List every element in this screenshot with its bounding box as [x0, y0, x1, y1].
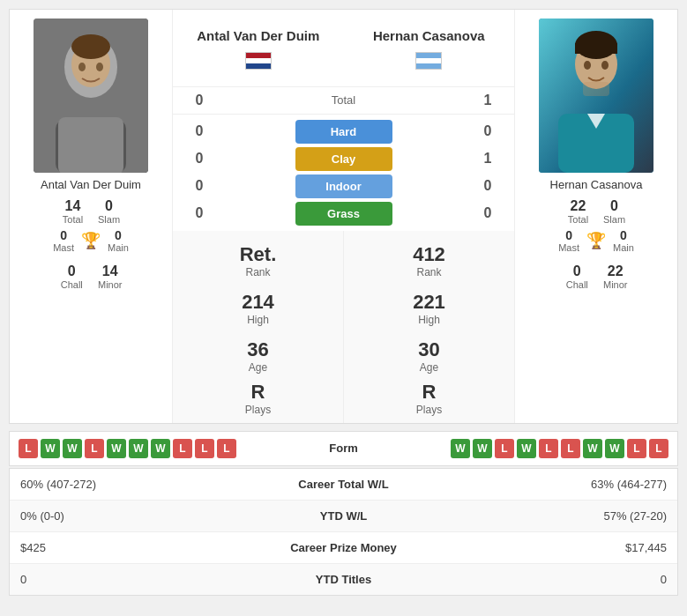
stats-table: 60% (407-272) Career Total W/L 63% (464-… [9, 468, 678, 596]
form-badge: W [107, 439, 126, 458]
hard-row: 0 Hard 0 [173, 118, 514, 145]
ytd-wl-right: 57% (27-20) [432, 509, 668, 523]
form-badge: W [151, 439, 170, 458]
ytd-titles-right: 0 [432, 573, 668, 586]
right-mast: 0 Mast [558, 228, 579, 253]
right-main: 0 Main [613, 228, 634, 253]
left-minor-stat: 14 Minor [98, 263, 123, 290]
left-player-column: Antal Van Der Duim 14 Total 0 Slam 0 Mas… [10, 10, 173, 423]
svg-point-6 [78, 63, 86, 71]
left-player-name: Antal Van Der Duim [41, 178, 141, 191]
left-plays-block: R Plays [245, 381, 271, 416]
indoor-score-left: 0 [173, 178, 226, 194]
left-player-photo [34, 19, 148, 173]
form-label: Form [291, 442, 397, 455]
form-badge: W [473, 439, 492, 458]
clay-score-right: 1 [461, 151, 514, 167]
form-badge: L [627, 439, 646, 458]
hard-score-left: 0 [173, 123, 226, 139]
left-flag [245, 48, 272, 79]
form-badge: W [41, 439, 60, 458]
career-total-right: 63% (464-277) [432, 478, 668, 491]
indoor-button[interactable]: Indoor [295, 174, 392, 198]
left-form-badges: LWWLWWWLLL [19, 439, 291, 458]
right-form-badges: WWLWLLWWLL [397, 439, 669, 458]
left-trophy-icon: 🏆 [81, 231, 101, 250]
clay-score-left: 0 [173, 151, 226, 167]
form-badge: W [129, 439, 148, 458]
ytd-wl-row: 0% (0-0) YTD W/L 57% (27-20) [10, 501, 677, 532]
left-high-block: 214 High [242, 291, 274, 326]
form-badge: W [451, 439, 470, 458]
clay-button[interactable]: Clay [295, 147, 392, 171]
indoor-row: 0 Indoor 0 [173, 173, 514, 200]
right-player-name: Hernan Casanova [550, 178, 643, 191]
hard-score-right: 0 [461, 123, 514, 139]
grass-button[interactable]: Grass [295, 202, 392, 226]
netherlands-flag [245, 52, 272, 70]
hard-button[interactable]: Hard [295, 120, 392, 144]
career-prize-row: $425 Career Prize Money $17,445 [10, 532, 677, 564]
total-score-row: 0 Total 1 [173, 86, 514, 115]
right-minor-stat: 22 Minor [603, 263, 628, 290]
career-total-label: Career Total W/L [256, 478, 432, 491]
career-total-left: 60% (407-272) [20, 478, 256, 491]
form-badge: L [173, 439, 192, 458]
ytd-titles-left: 0 [20, 573, 256, 586]
center-column: Antal Van Der Duim Hernan Casanova 0 Tot… [173, 10, 514, 423]
ytd-wl-label: YTD W/L [256, 509, 432, 523]
career-total-row: 60% (407-272) Career Total W/L 63% (464-… [10, 469, 677, 501]
left-chall-minor: 0 Chall 14 Minor [52, 263, 129, 290]
svg-rect-12 [575, 43, 617, 54]
form-badge: L [561, 439, 580, 458]
form-badge: W [583, 439, 602, 458]
ytd-titles-row: 0 YTD Titles 0 [10, 564, 677, 595]
form-badge: L [19, 439, 38, 458]
form-badge: W [517, 439, 536, 458]
right-flag [415, 48, 442, 79]
ytd-titles-label: YTD Titles [256, 573, 432, 586]
total-label: Total [226, 93, 461, 107]
svg-rect-16 [583, 82, 609, 96]
main-container: Antal Van Der Duim 14 Total 0 Slam 0 Mas… [0, 0, 687, 605]
right-age-block: 30 Age [418, 338, 439, 374]
right-player-name-center: Hernan Casanova [366, 17, 492, 48]
total-score-left: 0 [173, 93, 226, 108]
indoor-score-right: 0 [461, 178, 514, 194]
form-section: LWWLWWWLLL Form WWLWLLWWLL [9, 431, 678, 466]
total-score-right: 1 [461, 93, 514, 108]
right-chall-minor: 0 Chall 22 Minor [557, 263, 634, 290]
right-plays-block: R Plays [416, 381, 442, 416]
form-badge: L [539, 439, 558, 458]
left-player-stats: 14 Total 0 Slam [55, 198, 127, 225]
svg-point-3 [71, 34, 110, 59]
form-badge: W [63, 439, 82, 458]
right-chall-stat: 0 Chall [564, 263, 589, 290]
right-total-stat: 22 Total [567, 198, 589, 225]
form-badge: W [605, 439, 624, 458]
ytd-wl-left: 0% (0-0) [20, 509, 256, 523]
svg-point-7 [96, 63, 103, 71]
form-badge: L [217, 439, 236, 458]
left-total-stat: 14 Total [62, 198, 84, 225]
left-rank-block: Ret. Rank [240, 243, 277, 278]
form-badge: L [649, 439, 668, 458]
argentina-flag [415, 52, 442, 70]
clay-row: 0 Clay 1 [173, 145, 514, 173]
form-badge: L [85, 439, 104, 458]
form-badge: L [195, 439, 214, 458]
right-high-block: 221 High [413, 291, 445, 326]
left-age-block: 36 Age [247, 338, 268, 374]
right-trophy-icon: 🏆 [586, 231, 606, 250]
grass-score-left: 0 [173, 205, 226, 221]
left-mast: 0 Mast [53, 228, 74, 253]
svg-rect-5 [58, 117, 123, 173]
right-player-column: Hernan Casanova 22 Total 0 Slam 0 Mast 🏆 [514, 10, 677, 423]
right-player-photo [539, 19, 653, 173]
left-trophy-row: 0 Mast 🏆 0 Main [53, 228, 129, 253]
svg-point-15 [601, 61, 609, 70]
career-prize-right: $17,445 [432, 541, 668, 554]
left-slam-stat: 0 Slam [98, 198, 120, 225]
left-player-name-center: Antal Van Der Duim [190, 17, 326, 48]
right-slam-stat: 0 Slam [603, 198, 625, 225]
